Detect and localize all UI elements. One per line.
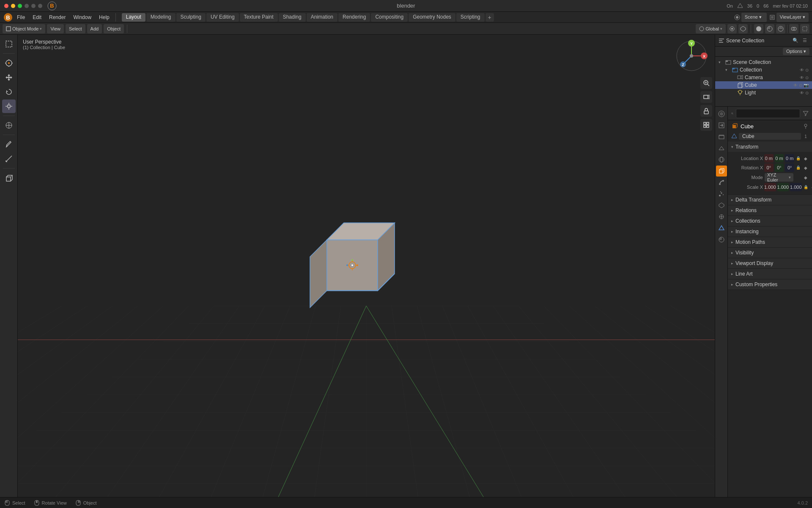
workspace-scripting[interactable]: Scripting	[456, 13, 485, 22]
frame-all-btn[interactable]	[700, 119, 712, 131]
prop-filter-toggle[interactable]	[803, 110, 809, 117]
viewport-shading-solid[interactable]	[754, 24, 763, 33]
xray-toggle[interactable]	[800, 24, 809, 33]
light-vis-icon[interactable]: 👁	[800, 91, 804, 95]
overlay-toggle[interactable]	[789, 24, 798, 33]
cube-vis-icon[interactable]: 👁	[793, 83, 798, 88]
snap-btn[interactable]	[738, 24, 748, 33]
scale-y-input[interactable]: 1.000	[777, 183, 789, 191]
maximize-dot[interactable]	[18, 4, 22, 8]
motion-paths-section[interactable]: ▸ Motion Paths	[728, 237, 812, 248]
minimize-dot[interactable]	[11, 4, 15, 8]
transform-global-btn[interactable]: Global ▾	[696, 24, 726, 33]
prop-tab-world[interactable]	[716, 154, 727, 165]
viewport-shading-material[interactable]	[765, 24, 774, 33]
instancing-section[interactable]: ▸ Instancing	[728, 226, 812, 237]
hide-viewport-icon[interactable]: ⊙	[805, 68, 809, 72]
workspace-geometry-nodes[interactable]: Geometry Nodes	[409, 13, 455, 22]
tree-scene-collection[interactable]: ▾ Scene Collection	[715, 58, 812, 66]
viewport[interactable]: User Perspective (1) Collection | Cube Y…	[18, 35, 715, 497]
mode-selector[interactable]: Object Mode ▾	[3, 24, 45, 33]
zoom-in-btn[interactable]	[700, 77, 712, 89]
prop-tab-constraints[interactable]	[716, 211, 727, 222]
location-lock[interactable]: 🔒	[796, 155, 801, 161]
viewport-display-section[interactable]: ▸ Viewport Display	[728, 258, 812, 269]
add-menu-btn[interactable]: Add	[87, 24, 102, 33]
prop-tab-scene[interactable]	[716, 143, 727, 154]
workspace-rendering[interactable]: Rendering	[338, 13, 370, 22]
scene-selector[interactable]: Scene ▾	[741, 13, 767, 22]
workspace-sculpting[interactable]: Sculpting	[176, 13, 206, 22]
window-menu[interactable]: Window	[70, 14, 95, 21]
location-y-input[interactable]: 0 m	[775, 154, 784, 163]
visibility-icon[interactable]: 👁	[800, 68, 804, 72]
relations-section[interactable]: ▸ Relations	[728, 205, 812, 216]
close-dot[interactable]	[4, 4, 8, 8]
prop-tab-modifier[interactable]	[716, 177, 727, 188]
workspace-compositing[interactable]: Compositing	[371, 13, 408, 22]
prop-tab-object-data[interactable]	[716, 223, 727, 234]
cube-render-icon[interactable]: 📷	[804, 83, 809, 88]
view-menu-btn[interactable]: View	[47, 24, 64, 33]
scale-lock[interactable]: 🔒	[803, 184, 809, 190]
rotation-keyframe[interactable]: ◆	[803, 165, 809, 171]
rotation-x-input[interactable]: 0°	[764, 163, 774, 172]
annotate-tool[interactable]	[2, 138, 16, 151]
prop-tab-render[interactable]	[716, 108, 727, 119]
select-menu-btn[interactable]: Select	[66, 24, 85, 33]
scale-keyframe[interactable]: ◆	[810, 184, 812, 190]
add-workspace-button[interactable]: +	[486, 13, 494, 22]
edit-menu[interactable]: Edit	[29, 14, 45, 21]
visibility-section[interactable]: ▸ Visibility	[728, 248, 812, 258]
camera-view-btn[interactable]	[700, 91, 712, 103]
workspace-animation[interactable]: Animation	[307, 13, 337, 22]
cube-restrict-icon[interactable]: ⊙	[799, 83, 802, 88]
workspace-modeling[interactable]: Modeling	[146, 13, 176, 22]
tree-cube[interactable]: ▸ Cube 👁 ⊙ 📷	[715, 81, 812, 89]
line-art-section[interactable]: ▸ Line Art	[728, 269, 812, 279]
proportional-edit-btn[interactable]	[727, 24, 737, 33]
location-x-input[interactable]: 0 m	[764, 154, 774, 163]
workspace-shading[interactable]: Shading	[279, 13, 306, 22]
prop-tab-object[interactable]	[716, 166, 727, 177]
file-menu[interactable]: File	[14, 14, 28, 21]
custom-properties-section[interactable]: ▸ Custom Properties	[728, 279, 812, 290]
scale-tool[interactable]	[2, 99, 16, 113]
workspace-uv-editing[interactable]: UV Editing	[206, 13, 239, 22]
viewlayer-selector[interactable]: ViewLayer ▾	[776, 13, 809, 22]
mode-keyframe[interactable]: ◆	[803, 174, 809, 180]
viewport-shading-rendered[interactable]	[776, 24, 785, 33]
pin-icon[interactable]	[803, 123, 809, 129]
prop-search-input[interactable]	[736, 109, 800, 118]
select-box-tool[interactable]	[2, 37, 16, 51]
scale-z-input[interactable]: 1.000	[790, 183, 802, 191]
transform-section-header[interactable]: ▾ Transform	[728, 142, 812, 152]
workspace-layout[interactable]: Layout	[122, 13, 145, 22]
navigation-gizmo[interactable]: Y X Z	[675, 39, 708, 73]
camera-restrict-icon[interactable]: ⊙	[805, 75, 809, 80]
lock-camera-btn[interactable]	[700, 105, 712, 117]
options-button[interactable]: Options ▾	[783, 48, 809, 55]
rotation-mode-dropdown[interactable]: XYZ Euler ▾	[765, 173, 793, 182]
rotation-lock[interactable]: 🔒	[796, 165, 801, 171]
light-info-icon[interactable]: ⊙	[805, 91, 809, 95]
cursor-tool[interactable]	[2, 56, 16, 70]
outliner-filter-btn[interactable]: ☰	[801, 37, 809, 44]
outliner-search-btn[interactable]: 🔍	[792, 37, 799, 44]
workspace-texture-paint[interactable]: Texture Paint	[240, 13, 278, 22]
rotation-y-input[interactable]: 0°	[775, 163, 784, 172]
tree-camera[interactable]: ▸ Camera 👁 ⊙	[715, 74, 812, 81]
prop-tab-viewlayer[interactable]	[716, 131, 727, 142]
prop-tab-material[interactable]	[716, 234, 727, 245]
blender-menu-icon[interactable]: B	[3, 13, 13, 22]
transform-tool[interactable]	[2, 119, 16, 132]
rotate-tool[interactable]	[2, 85, 16, 99]
location-z-input[interactable]: 0 m	[785, 154, 794, 163]
add-cube-tool[interactable]	[2, 171, 16, 185]
collections-section[interactable]: ▸ Collections	[728, 216, 812, 226]
prop-tab-particles[interactable]	[716, 188, 727, 199]
move-tool[interactable]	[2, 71, 16, 84]
scale-x-input[interactable]: 1.000	[764, 183, 776, 191]
tree-light[interactable]: ▸ Light 👁 ⊙	[715, 89, 812, 97]
delta-transform-section[interactable]: ▸ Delta Transform	[728, 195, 812, 205]
